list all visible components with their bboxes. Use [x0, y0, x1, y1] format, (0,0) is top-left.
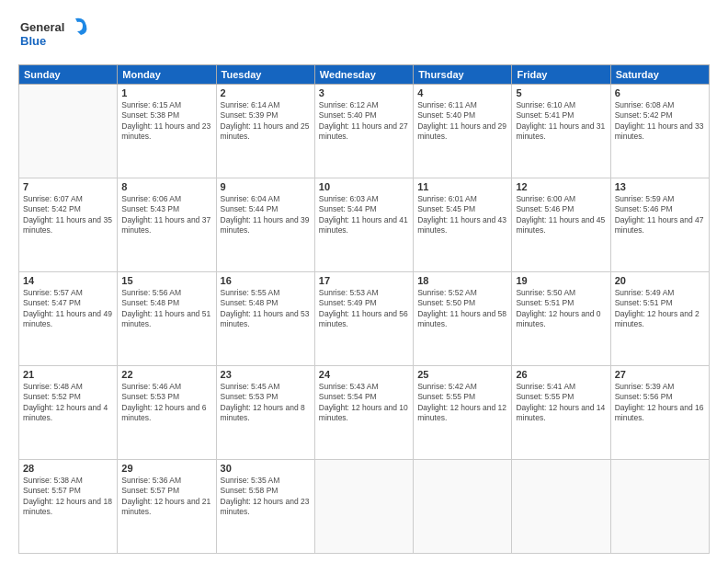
day-number: 22	[121, 369, 211, 380]
calendar-cell: 27Sunrise: 5:39 AMSunset: 5:56 PMDayligh…	[610, 366, 709, 460]
day-number: 28	[23, 463, 113, 474]
day-info: Sunrise: 6:12 AMSunset: 5:40 PMDaylight:…	[319, 100, 409, 143]
day-number: 1	[121, 87, 211, 98]
calendar-cell: 2Sunrise: 6:14 AMSunset: 5:39 PMDaylight…	[216, 85, 314, 178]
day-info: Sunrise: 6:06 AMSunset: 5:43 PMDaylight:…	[121, 194, 211, 236]
calendar-cell	[314, 460, 413, 554]
day-info: Sunrise: 6:01 AMSunset: 5:45 PMDaylight:…	[417, 194, 507, 236]
day-number: 26	[516, 369, 606, 380]
weekday-header-thursday: Thursday	[414, 65, 512, 85]
day-number: 3	[319, 87, 409, 98]
weekday-header-wednesday: Wednesday	[314, 65, 413, 85]
calendar-week-1: 1Sunrise: 6:15 AMSunset: 5:38 PMDaylight…	[19, 85, 710, 178]
day-info: Sunrise: 5:59 AMSunset: 5:46 PMDaylight:…	[615, 194, 705, 236]
svg-text:General: General	[20, 20, 64, 34]
calendar-cell	[610, 460, 709, 554]
calendar-cell: 5Sunrise: 6:10 AMSunset: 5:41 PMDaylight…	[512, 85, 610, 178]
calendar-cell: 13Sunrise: 5:59 AMSunset: 5:46 PMDayligh…	[610, 178, 709, 272]
calendar-cell: 28Sunrise: 5:38 AMSunset: 5:57 PMDayligh…	[19, 460, 118, 554]
day-number: 20	[615, 275, 705, 286]
day-info: Sunrise: 5:39 AMSunset: 5:56 PMDaylight:…	[615, 382, 705, 424]
weekday-header-friday: Friday	[512, 65, 610, 85]
weekday-header-sunday: Sunday	[19, 65, 118, 85]
day-number: 15	[121, 275, 211, 286]
day-info: Sunrise: 5:55 AMSunset: 5:48 PMDaylight:…	[221, 288, 311, 330]
logo: General Blue	[18, 15, 92, 57]
day-info: Sunrise: 6:04 AMSunset: 5:44 PMDaylight:…	[221, 194, 311, 236]
calendar-cell: 21Sunrise: 5:48 AMSunset: 5:52 PMDayligh…	[19, 366, 118, 460]
day-info: Sunrise: 5:57 AMSunset: 5:47 PMDaylight:…	[23, 288, 113, 330]
calendar-week-4: 21Sunrise: 5:48 AMSunset: 5:52 PMDayligh…	[19, 366, 710, 460]
day-number: 21	[23, 369, 113, 380]
calendar-cell: 10Sunrise: 6:03 AMSunset: 5:44 PMDayligh…	[314, 178, 413, 272]
day-number: 7	[23, 181, 113, 192]
day-number: 24	[319, 369, 409, 380]
header: General Blue	[18, 15, 710, 57]
calendar-cell: 6Sunrise: 6:08 AMSunset: 5:42 PMDaylight…	[610, 85, 709, 178]
svg-text:Blue: Blue	[20, 34, 46, 48]
calendar-cell: 1Sunrise: 6:15 AMSunset: 5:38 PMDaylight…	[118, 85, 216, 178]
calendar-cell: 3Sunrise: 6:12 AMSunset: 5:40 PMDaylight…	[314, 85, 413, 178]
calendar-cell: 9Sunrise: 6:04 AMSunset: 5:44 PMDaylight…	[216, 178, 314, 272]
day-info: Sunrise: 6:11 AMSunset: 5:40 PMDaylight:…	[417, 100, 507, 143]
day-info: Sunrise: 6:08 AMSunset: 5:42 PMDaylight:…	[615, 100, 705, 143]
calendar-cell: 7Sunrise: 6:07 AMSunset: 5:42 PMDaylight…	[19, 178, 118, 272]
day-info: Sunrise: 6:00 AMSunset: 5:46 PMDaylight:…	[516, 194, 606, 236]
day-info: Sunrise: 5:50 AMSunset: 5:51 PMDaylight:…	[516, 288, 606, 330]
day-info: Sunrise: 5:36 AMSunset: 5:57 PMDaylight:…	[121, 476, 211, 518]
day-number: 19	[516, 275, 606, 286]
day-info: Sunrise: 5:48 AMSunset: 5:52 PMDaylight:…	[23, 382, 113, 424]
calendar-cell: 11Sunrise: 6:01 AMSunset: 5:45 PMDayligh…	[414, 178, 512, 272]
day-number: 10	[319, 181, 409, 192]
day-number: 11	[417, 181, 507, 192]
calendar-cell: 29Sunrise: 5:36 AMSunset: 5:57 PMDayligh…	[118, 460, 216, 554]
calendar-cell: 20Sunrise: 5:49 AMSunset: 5:51 PMDayligh…	[610, 272, 709, 366]
calendar-cell: 16Sunrise: 5:55 AMSunset: 5:48 PMDayligh…	[216, 272, 314, 366]
calendar-cell: 4Sunrise: 6:11 AMSunset: 5:40 PMDaylight…	[414, 85, 512, 178]
day-info: Sunrise: 6:07 AMSunset: 5:42 PMDaylight:…	[23, 194, 113, 236]
weekday-header-monday: Monday	[118, 65, 216, 85]
calendar-table: SundayMondayTuesdayWednesdayThursdayFrid…	[18, 64, 710, 554]
day-number: 25	[417, 369, 507, 380]
calendar-cell	[19, 85, 118, 178]
calendar-cell: 19Sunrise: 5:50 AMSunset: 5:51 PMDayligh…	[512, 272, 610, 366]
day-number: 13	[615, 181, 705, 192]
day-number: 23	[221, 369, 311, 380]
day-info: Sunrise: 5:38 AMSunset: 5:57 PMDaylight:…	[23, 476, 113, 518]
calendar-cell	[512, 460, 610, 554]
day-info: Sunrise: 6:15 AMSunset: 5:38 PMDaylight:…	[121, 100, 211, 143]
day-info: Sunrise: 5:35 AMSunset: 5:58 PMDaylight:…	[221, 476, 311, 518]
day-number: 2	[221, 87, 311, 98]
calendar-cell: 26Sunrise: 5:41 AMSunset: 5:55 PMDayligh…	[512, 366, 610, 460]
calendar-week-5: 28Sunrise: 5:38 AMSunset: 5:57 PMDayligh…	[19, 460, 710, 554]
weekday-header-row: SundayMondayTuesdayWednesdayThursdayFrid…	[19, 65, 710, 85]
day-number: 5	[516, 87, 606, 98]
calendar-cell: 24Sunrise: 5:43 AMSunset: 5:54 PMDayligh…	[314, 366, 413, 460]
day-number: 4	[417, 87, 507, 98]
calendar-cell: 14Sunrise: 5:57 AMSunset: 5:47 PMDayligh…	[19, 272, 118, 366]
calendar-cell: 12Sunrise: 6:00 AMSunset: 5:46 PMDayligh…	[512, 178, 610, 272]
day-info: Sunrise: 5:45 AMSunset: 5:53 PMDaylight:…	[221, 382, 311, 424]
calendar-week-2: 7Sunrise: 6:07 AMSunset: 5:42 PMDaylight…	[19, 178, 710, 272]
day-info: Sunrise: 6:10 AMSunset: 5:41 PMDaylight:…	[516, 100, 606, 143]
day-number: 30	[221, 463, 311, 474]
day-number: 29	[121, 463, 211, 474]
day-number: 17	[319, 275, 409, 286]
calendar-cell: 23Sunrise: 5:45 AMSunset: 5:53 PMDayligh…	[216, 366, 314, 460]
day-info: Sunrise: 5:52 AMSunset: 5:50 PMDaylight:…	[417, 288, 507, 330]
day-info: Sunrise: 6:03 AMSunset: 5:44 PMDaylight:…	[319, 194, 409, 236]
calendar-cell: 17Sunrise: 5:53 AMSunset: 5:49 PMDayligh…	[314, 272, 413, 366]
calendar-cell	[414, 460, 512, 554]
day-info: Sunrise: 5:46 AMSunset: 5:53 PMDaylight:…	[121, 382, 211, 424]
day-info: Sunrise: 6:14 AMSunset: 5:39 PMDaylight:…	[221, 100, 311, 143]
page: General Blue SundayMondayTuesdayWednesda…	[0, 0, 728, 563]
weekday-header-tuesday: Tuesday	[216, 65, 314, 85]
day-info: Sunrise: 5:56 AMSunset: 5:48 PMDaylight:…	[121, 288, 211, 330]
calendar-week-3: 14Sunrise: 5:57 AMSunset: 5:47 PMDayligh…	[19, 272, 710, 366]
calendar-cell: 30Sunrise: 5:35 AMSunset: 5:58 PMDayligh…	[216, 460, 314, 554]
day-number: 18	[417, 275, 507, 286]
weekday-header-saturday: Saturday	[610, 65, 709, 85]
day-number: 8	[121, 181, 211, 192]
day-number: 27	[615, 369, 705, 380]
day-number: 14	[23, 275, 113, 286]
